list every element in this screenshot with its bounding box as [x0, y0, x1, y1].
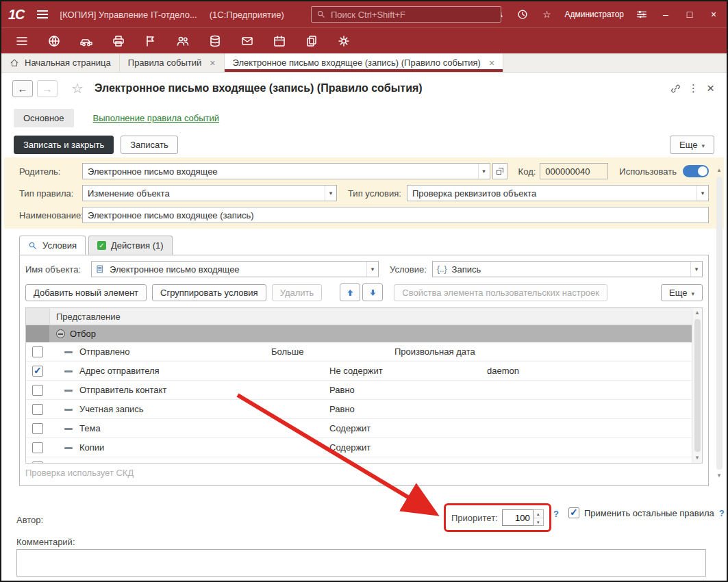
database-icon[interactable] — [208, 34, 222, 48]
name-field[interactable]: Электронное письмо входящее (запись) — [82, 207, 709, 223]
flag-icon[interactable] — [144, 34, 158, 48]
table-header: Представление — [26, 308, 692, 325]
close-form-icon[interactable]: × — [705, 81, 716, 96]
tab-actions[interactable]: ✓ Действия (1) — [88, 236, 172, 255]
row-checkbox[interactable] — [32, 423, 43, 434]
service-settings-icon[interactable] — [636, 8, 648, 21]
nav-item-main[interactable]: Основное — [14, 109, 74, 127]
calendar-icon[interactable] — [273, 34, 286, 48]
priority-spinner[interactable]: ▴ ▾ — [534, 509, 544, 526]
table-row-clipped[interactable] — [26, 457, 692, 463]
favorites-star-icon[interactable]: ☆ — [540, 9, 553, 20]
scroll-up-icon[interactable]: ▲ — [716, 166, 722, 175]
move-up-button[interactable] — [340, 283, 360, 301]
scrollbar-thumb[interactable] — [694, 319, 701, 452]
more-actions-button[interactable]: Еще▾ — [670, 136, 714, 154]
table-row[interactable]: Отправитель контакт Равно — [26, 381, 692, 400]
documents-icon[interactable] — [305, 34, 318, 48]
form-scrollbar[interactable]: ▲ ▼ — [715, 166, 723, 481]
history-icon[interactable] — [516, 8, 529, 21]
apply-other-rules-checkbox[interactable] — [568, 507, 579, 518]
open-parent-button[interactable] — [492, 163, 507, 179]
condition-select[interactable]: {..} Запись ▾ — [432, 261, 703, 277]
rule-type-select[interactable]: Изменение объекта ▾ — [82, 185, 337, 201]
gear-icon[interactable] — [337, 34, 351, 48]
group-conditions-button[interactable]: Сгруппировать условия — [152, 284, 266, 301]
close-window-button[interactable]: × — [707, 9, 720, 20]
spin-up-icon[interactable]: ▴ — [534, 510, 543, 518]
parent-field[interactable]: Электронное письмо входящее ▾ — [82, 163, 490, 179]
open-windows-tabbar: Начальная страница Правила событий × Эле… — [1, 53, 727, 73]
collapse-icon[interactable] — [56, 329, 65, 338]
nav-link-rule-execution[interactable]: Выполнение правила событий — [93, 113, 220, 123]
use-toggle[interactable] — [683, 165, 709, 177]
conditions-more-button[interactable]: Еще▾ — [661, 284, 703, 301]
row-checkbox[interactable] — [32, 404, 43, 415]
move-down-button[interactable] — [362, 283, 383, 301]
filter-group-row[interactable]: Отбор — [26, 325, 692, 342]
comment-field[interactable] — [16, 549, 706, 577]
get-link-icon[interactable] — [670, 83, 681, 94]
table-row[interactable]: Копии Содержит — [26, 438, 692, 457]
main-menu-icon[interactable] — [34, 8, 51, 21]
tab-close-icon[interactable]: × — [489, 58, 494, 68]
more-menu-icon[interactable]: ⋮ — [686, 82, 701, 94]
column-header: Представление — [26, 312, 121, 322]
row-checkbox[interactable] — [32, 346, 43, 357]
row-checkbox[interactable] — [32, 461, 43, 463]
current-user[interactable]: Администратор — [564, 10, 624, 19]
row-comparison: Равно — [329, 385, 355, 395]
mail-icon[interactable] — [240, 34, 254, 48]
table-row[interactable]: Адрес отправителя Не содержит daemon — [26, 362, 692, 381]
filter-item-icon — [64, 351, 73, 353]
condition-type-select[interactable]: Проверка реквизитов объекта ▾ — [407, 185, 709, 201]
scroll-down-icon[interactable]: ▼ — [716, 471, 722, 481]
save-and-close-button[interactable]: Записать и закрыть — [14, 136, 114, 154]
user-settings-properties-button[interactable]: Свойства элемента пользовательских настр… — [394, 284, 607, 301]
internet-icon[interactable] — [47, 34, 61, 48]
scroll-up-icon[interactable]: ▲ — [694, 308, 700, 318]
table-row[interactable]: Отправлено Больше Произвольная дата — [26, 342, 692, 362]
tab-close-icon[interactable]: × — [210, 58, 215, 68]
row-checkbox[interactable] — [32, 385, 43, 396]
tab-event-rules[interactable]: Правила событий × — [120, 53, 225, 72]
add-element-button[interactable]: Добавить новый элемент — [25, 284, 147, 301]
chevron-down-icon[interactable]: ▾ — [478, 164, 490, 179]
row-field: Копии — [79, 442, 104, 453]
code-field: 000000040 — [540, 163, 608, 179]
printer-icon[interactable] — [112, 34, 125, 48]
scrollbar-thumb[interactable] — [716, 177, 723, 470]
chevron-down-icon[interactable]: ▾ — [325, 186, 336, 201]
tab-home[interactable]: Начальная страница — [1, 53, 120, 72]
scroll-down-icon[interactable]: ▼ — [694, 453, 700, 463]
apply-other-rules-row: Применить остальные правила ? — [568, 507, 725, 518]
chevron-down-icon[interactable]: ▾ — [696, 186, 708, 201]
maximize-button[interactable]: □ — [683, 9, 696, 20]
chevron-down-icon[interactable]: ▾ — [366, 262, 378, 277]
global-search-input[interactable]: Поиск Ctrl+Shift+F — [311, 6, 501, 23]
delete-button[interactable]: Удалить — [272, 284, 323, 301]
forward-button[interactable]: → — [37, 80, 58, 97]
priority-help-icon[interactable]: ? — [553, 509, 559, 519]
app-name: (1С:Предприятие) — [210, 10, 284, 20]
object-name-select[interactable]: Электронное письмо входящее ▾ — [91, 261, 379, 277]
priority-input[interactable] — [502, 509, 534, 526]
chevron-down-icon[interactable]: ▾ — [690, 262, 702, 277]
table-row[interactable]: Учетная запись Равно — [26, 400, 692, 419]
table-row[interactable]: Тема Содержит — [26, 419, 692, 438]
table-scrollbar[interactable]: ▲ ▼ — [692, 308, 702, 463]
functions-menu-icon[interactable] — [15, 34, 29, 48]
users-icon[interactable] — [176, 34, 190, 48]
apply-help-icon[interactable]: ? — [719, 508, 725, 518]
tab-conditions[interactable]: Условия — [19, 236, 86, 255]
group-brace-icon: {..} — [433, 264, 447, 274]
row-checkbox[interactable] — [32, 366, 43, 377]
minimize-button[interactable]: – — [660, 9, 672, 20]
save-button[interactable]: Записать — [121, 136, 178, 154]
add-favorite-star-icon[interactable]: ☆ — [71, 80, 84, 97]
vehicle-icon[interactable] — [79, 34, 93, 48]
back-button[interactable]: ← — [12, 80, 33, 97]
tab-email-rule-active[interactable]: Электронное письмо входящее (запись) (Пр… — [225, 53, 504, 72]
spin-down-icon[interactable]: ▾ — [534, 518, 543, 526]
row-checkbox[interactable] — [32, 442, 43, 453]
